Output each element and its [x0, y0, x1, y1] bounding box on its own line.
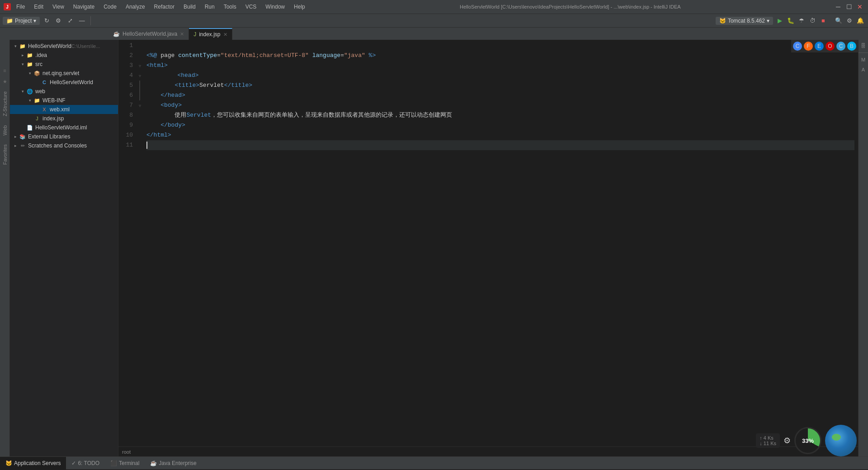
menu-build[interactable]: Build [182, 3, 198, 11]
project-selector[interactable]: 📁 Project ▾ [3, 17, 40, 25]
menu-code[interactable]: Code [102, 3, 118, 11]
jsp-file-icon: J [193, 31, 196, 38]
project-dropdown-icon: ▾ [33, 18, 36, 24]
settings-btn[interactable]: ⚙ [844, 16, 854, 26]
tab-index-jsp[interactable]: J index.jsp ✕ [189, 28, 232, 40]
tree-scratches[interactable]: ▸ ✏ Scratches and Consoles [10, 141, 118, 150]
run-configuration[interactable]: 🐱 Tomcat 8.5.462 ▾ [716, 17, 773, 25]
src-folder-icon: 📁 [26, 61, 33, 68]
opera-icon[interactable]: O [826, 42, 835, 51]
tab-application-servers[interactable]: 🐱 Application Servers [0, 457, 66, 470]
run-buttons: ▶ 🐛 ☂ ⏱ ■ [775, 16, 828, 26]
tab-label-jsp: index.jsp [199, 31, 220, 38]
webinf-label: WEB-INF [42, 97, 66, 104]
fold-btn-4[interactable]: ▿ [137, 71, 143, 81]
right-sidebar: 🗄 M A [858, 40, 868, 456]
stop-button[interactable]: ■ [818, 16, 828, 26]
notifications-btn[interactable]: 🔔 [855, 16, 865, 26]
menu-refactor[interactable]: Refactor [152, 3, 176, 11]
project-panel: ▾ 📁 HelloServletWorld C:\Users\le... ▸ 📁… [10, 40, 118, 456]
toolbar-settings-btn[interactable]: ⚙ [53, 16, 63, 26]
libs-label: External Libraries [28, 133, 70, 140]
tree-web[interactable]: ▾ 🌐 web [10, 87, 118, 96]
tree-external-libs[interactable]: ▸ 📚 External Libraries [10, 132, 118, 141]
menu-window[interactable]: Window [264, 3, 287, 11]
main-toolbar: 📁 Project ▾ ↻ ⚙ ⤢ — 🐱 Tomcat 8.5.462 ▾ ▶… [0, 14, 868, 27]
code-line-5: <title>Servlet</title> [146, 81, 854, 90]
fold-btn-3[interactable]: ▿ [137, 61, 143, 71]
tab-helloservletworld-java[interactable]: ☕ HelloServletWorld.java ✕ [108, 28, 189, 40]
firefox-icon[interactable]: F [804, 42, 813, 51]
menu-run[interactable]: Run [203, 3, 217, 11]
minimize-button[interactable]: ─ [834, 2, 843, 11]
search-everywhere-btn[interactable]: 🔍 [834, 16, 844, 26]
z-structure-tab[interactable]: Z-Structure [1, 89, 9, 119]
fold-btn-7[interactable]: ▿ [137, 100, 143, 110]
cursor [146, 142, 147, 149]
favorites-tab[interactable]: Favorites [1, 142, 9, 167]
bookmark-icon[interactable]: ★ [1, 78, 9, 85]
tree-package[interactable]: ▾ 📦 net.qing.servlet [10, 69, 118, 78]
menu-help[interactable]: Help [292, 3, 307, 11]
tab-terminal[interactable]: ⬛ Terminal [105, 457, 145, 470]
tab-close-java[interactable]: ✕ [180, 31, 184, 37]
menu-tools[interactable]: Tools [222, 3, 238, 11]
code-line-10: </html> [146, 130, 854, 140]
tree-webinf[interactable]: ▾ 📁 WEB-INF [10, 96, 118, 105]
iml-icon: 📄 [26, 124, 33, 131]
idea-label: .idea [35, 52, 47, 58]
toolbar-separator [90, 16, 91, 25]
chromium-icon[interactable]: C [836, 42, 845, 51]
idea-folder-icon: 📁 [26, 52, 33, 59]
settings-gear-icon[interactable]: ⚙ [783, 436, 791, 446]
structure-icon[interactable]: ≡ [1, 67, 9, 74]
close-button[interactable]: ✕ [855, 2, 864, 11]
other-browser-icon[interactable]: B [847, 42, 856, 51]
tree-src[interactable]: ▾ 📁 src [10, 60, 118, 69]
code-container[interactable]: 1 2 3 4 5 6 7 8 9 10 11 ▿ ▿ ▿ [118, 40, 858, 446]
tab-java-enterprise[interactable]: ☕ Java Enterprise [145, 457, 202, 470]
menu-vcs[interactable]: VCS [244, 3, 259, 11]
tab-todo-label: 6: TODO [78, 460, 99, 466]
tree-java-file[interactable]: C HelloServletWorld [10, 78, 118, 87]
menu-analyze[interactable]: Analyze [124, 3, 147, 11]
toolbar-expand-btn[interactable]: ⤢ [65, 16, 75, 26]
run-button[interactable]: ▶ [775, 16, 785, 26]
chrome-icon[interactable]: C [793, 42, 802, 51]
toolbar-sync-btn[interactable]: ↻ [42, 16, 52, 26]
tree-indexjsp[interactable]: J index.jsp [10, 114, 118, 123]
database-icon[interactable]: 🗄 [859, 42, 868, 50]
ant-icon[interactable]: A [859, 66, 868, 74]
app-logo: J [4, 3, 11, 10]
maximize-button[interactable]: ☐ [844, 2, 854, 11]
package-arrow: ▾ [26, 71, 33, 76]
web-tab[interactable]: Web [1, 123, 9, 138]
code-editor[interactable]: <%@ page contentType="text/html;charset=… [143, 40, 858, 446]
edge-icon[interactable]: E [815, 42, 824, 51]
tree-idea[interactable]: ▸ 📁 .idea [10, 51, 118, 60]
menu-view[interactable]: View [51, 3, 66, 11]
network-stats: ↑ 4 Ks ↓ 11 Ks [756, 433, 780, 448]
coverage-button[interactable]: ☂ [797, 16, 807, 26]
debug-button[interactable]: 🐛 [786, 16, 796, 26]
tree-webxml[interactable]: X web.xml [10, 105, 118, 114]
profile-button[interactable]: ⏱ [807, 16, 817, 26]
bottom-panel-tabs: 🐱 Application Servers ✓ 6: TODO ⬛ Termin… [0, 457, 868, 470]
tab-todo[interactable]: ✓ 6: TODO [66, 457, 105, 470]
window-title: HelloServletWorld [C:\Users\lenovo\IdeaP… [311, 4, 830, 9]
toolbar-collapse-btn[interactable]: — [77, 16, 87, 26]
tab-close-jsp[interactable]: ✕ [223, 32, 227, 38]
scratches-label: Scratches and Consoles [28, 142, 87, 149]
network-download: ↓ 11 Ks [760, 441, 776, 446]
project-tree: ▾ 📁 HelloServletWorld C:\Users\le... ▸ 📁… [10, 40, 118, 456]
menu-edit[interactable]: Edit [32, 3, 45, 11]
tree-root[interactable]: ▾ 📁 HelloServletWorld C:\Users\le... [10, 42, 118, 51]
earth-icon [825, 425, 857, 456]
idea-arrow: ▸ [19, 53, 26, 57]
xml-file-icon: X [41, 106, 48, 113]
tree-iml[interactable]: 📄 HelloServletWorld.iml [10, 123, 118, 132]
todo-tab-icon: ✓ [71, 460, 76, 466]
maven-icon[interactable]: M [859, 56, 868, 64]
menu-file[interactable]: File [14, 3, 27, 11]
menu-navigate[interactable]: Navigate [71, 3, 96, 11]
